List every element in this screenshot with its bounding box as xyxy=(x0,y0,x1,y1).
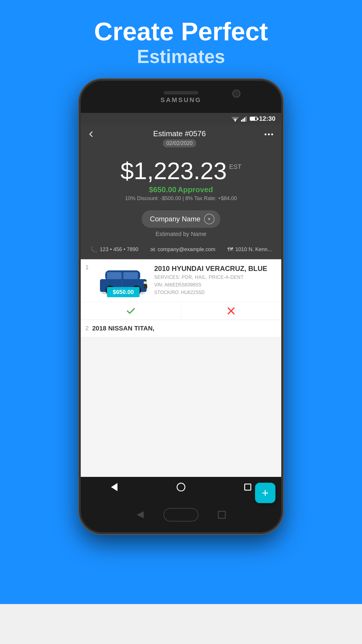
signal-icon xyxy=(241,116,248,122)
phone-screen: 12:30 Estimate #0576 02/02/2020 ••• $1,2… xyxy=(81,113,281,497)
email-icon: ✉ xyxy=(150,246,155,253)
nav-recent-icon xyxy=(244,484,251,491)
phone-bottom-bezel xyxy=(81,497,281,532)
vehicle-image-container: $650.00 xyxy=(97,264,150,297)
phone-speaker xyxy=(164,91,198,94)
vehicle-number-2: 2 xyxy=(85,325,89,332)
samsung-label: SAMSUNG xyxy=(161,96,201,104)
price-section: $1,223.23 EST $650.00 Approved 10% Disco… xyxy=(81,153,281,204)
svg-rect-7 xyxy=(245,116,247,122)
android-nav-bar xyxy=(81,477,281,497)
phone-icon: 📞 xyxy=(90,246,97,253)
phone-camera xyxy=(232,90,240,98)
battery-icon xyxy=(250,117,257,121)
map-icon: 🗺 xyxy=(227,246,233,253)
phone-shell: SAMSUNG xyxy=(79,79,283,534)
nav-back-icon xyxy=(111,483,117,491)
hero-title: Create Perfect xyxy=(94,18,268,46)
price-amount: $1,223.23 xyxy=(120,159,227,183)
svg-marker-23 xyxy=(218,511,225,518)
vehicle-stock: STOCK/RO: HU622S5D xyxy=(154,290,277,295)
nav-back-button[interactable] xyxy=(106,478,123,496)
contact-phone: 📞 123 • 456 • 7890 xyxy=(90,246,138,253)
svg-rect-17 xyxy=(144,281,147,284)
phone-wrapper: SAMSUNG xyxy=(76,79,286,604)
address-text: 1010 N. Kenn... xyxy=(236,246,272,253)
hero-section: Create Perfect Estimates xyxy=(94,0,268,79)
dropdown-circle: ▾ xyxy=(204,214,215,224)
vehicle-number: 1 xyxy=(85,264,92,297)
vehicles-section: 1 xyxy=(81,259,281,477)
company-dropdown[interactable]: Company Name ▾ xyxy=(142,210,220,228)
contact-address: 🗺 1010 N. Kenn... xyxy=(227,246,272,253)
more-button[interactable]: ••• xyxy=(264,130,274,139)
bezel-right xyxy=(216,509,228,521)
nav-recent-button[interactable] xyxy=(239,478,256,496)
phone-number: 123 • 456 • 7890 xyxy=(100,246,138,253)
chevron-down-icon: ▾ xyxy=(208,216,210,222)
vehicle-card-top: 1 xyxy=(81,259,281,302)
header-center: Estimate #0576 02/02/2020 xyxy=(153,129,206,147)
vehicle-info: 2010 HYUNDAI VERACRUZ, BLUE SERVICES: PD… xyxy=(154,264,277,297)
status-time: 12:30 xyxy=(259,115,275,123)
svg-marker-22 xyxy=(137,511,144,518)
contact-email: ✉ company@example.com xyxy=(150,246,215,253)
svg-rect-6 xyxy=(244,118,245,122)
decline-button[interactable] xyxy=(181,302,282,320)
approved-text: Approved xyxy=(178,185,213,194)
svg-rect-11 xyxy=(107,272,122,279)
vehicle-card: 1 xyxy=(81,259,281,320)
vehicle-vin: VIN: A66ED5S8398SS xyxy=(154,282,277,288)
home-button[interactable] xyxy=(164,508,198,522)
svg-rect-18 xyxy=(144,284,147,288)
app-header: Estimate #0576 02/02/2020 ••• xyxy=(81,125,281,153)
back-button[interactable] xyxy=(88,130,95,140)
status-icons: 12:30 xyxy=(231,115,275,123)
vehicle-name-preview: 2018 NISSAN TITAN, xyxy=(92,325,154,332)
contact-row: 📞 123 • 456 • 7890 ✉ company@example.com… xyxy=(81,242,281,259)
estimate-date: 02/02/2020 xyxy=(163,139,196,147)
price-main: $1,223.23 EST xyxy=(88,159,274,183)
discount-info: 10% Discount: -$500.00 | 8% Tax Rate: +$… xyxy=(88,195,274,202)
hero-subtitle: Estimates xyxy=(94,46,268,67)
estimated-by: Estimated by Name xyxy=(88,231,274,237)
vehicle-price-badge: $650.00 xyxy=(107,287,140,297)
svg-point-3 xyxy=(235,120,236,122)
approved-row: $650.00 Approved xyxy=(88,185,274,194)
company-section: Company Name ▾ Estimated by Name xyxy=(81,204,281,242)
nav-home-button[interactable] xyxy=(172,478,190,496)
wifi-icon xyxy=(231,116,239,122)
svg-rect-12 xyxy=(123,272,138,279)
bottom-area xyxy=(0,604,362,644)
svg-rect-4 xyxy=(241,120,242,122)
phone-top-bezel: SAMSUNG xyxy=(81,81,281,113)
vehicle-services: SERVICES: PDR, HAIL, PRICE-A-DENT xyxy=(154,275,277,280)
svg-rect-5 xyxy=(242,119,244,122)
vehicle-card-preview: 2 2018 NISSAN TITAN, xyxy=(81,320,281,337)
company-name: Company Name xyxy=(150,215,200,223)
status-bar: 12:30 xyxy=(81,113,281,125)
email-address: company@example.com xyxy=(158,246,215,253)
vehicle-actions xyxy=(81,302,281,320)
approve-button[interactable] xyxy=(81,302,181,320)
approved-amount: $650.00 xyxy=(149,185,176,194)
price-label: EST xyxy=(229,163,242,171)
vehicle-name: 2010 HYUNDAI VERACRUZ, BLUE xyxy=(154,264,277,273)
bezel-left xyxy=(134,509,146,521)
nav-home-icon xyxy=(177,483,185,491)
estimate-number: Estimate #0576 xyxy=(153,129,206,138)
